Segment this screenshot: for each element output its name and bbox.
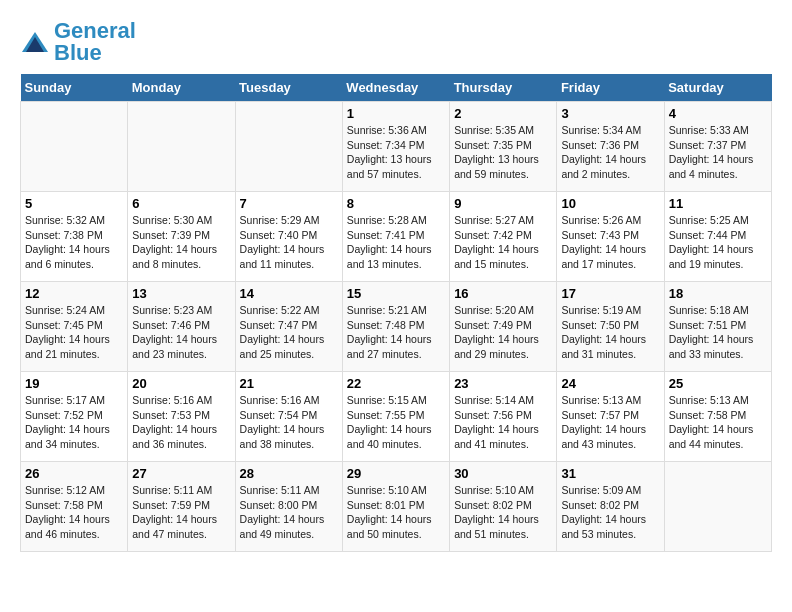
day-number: 14 bbox=[240, 286, 338, 301]
day-cell: 18Sunrise: 5:18 AMSunset: 7:51 PMDayligh… bbox=[664, 282, 771, 372]
day-cell: 22Sunrise: 5:15 AMSunset: 7:55 PMDayligh… bbox=[342, 372, 449, 462]
day-info: Sunrise: 5:13 AMSunset: 7:58 PMDaylight:… bbox=[669, 393, 767, 452]
logo-icon bbox=[20, 27, 50, 57]
col-header-friday: Friday bbox=[557, 74, 664, 102]
day-number: 9 bbox=[454, 196, 552, 211]
day-cell: 4Sunrise: 5:33 AMSunset: 7:37 PMDaylight… bbox=[664, 102, 771, 192]
day-info: Sunrise: 5:35 AMSunset: 7:35 PMDaylight:… bbox=[454, 123, 552, 182]
day-info: Sunrise: 5:11 AMSunset: 7:59 PMDaylight:… bbox=[132, 483, 230, 542]
day-info: Sunrise: 5:26 AMSunset: 7:43 PMDaylight:… bbox=[561, 213, 659, 272]
day-number: 31 bbox=[561, 466, 659, 481]
day-cell: 11Sunrise: 5:25 AMSunset: 7:44 PMDayligh… bbox=[664, 192, 771, 282]
day-cell: 25Sunrise: 5:13 AMSunset: 7:58 PMDayligh… bbox=[664, 372, 771, 462]
week-row-3: 12Sunrise: 5:24 AMSunset: 7:45 PMDayligh… bbox=[21, 282, 772, 372]
col-header-saturday: Saturday bbox=[664, 74, 771, 102]
day-cell bbox=[21, 102, 128, 192]
day-cell: 6Sunrise: 5:30 AMSunset: 7:39 PMDaylight… bbox=[128, 192, 235, 282]
week-row-1: 1Sunrise: 5:36 AMSunset: 7:34 PMDaylight… bbox=[21, 102, 772, 192]
day-number: 3 bbox=[561, 106, 659, 121]
day-cell: 19Sunrise: 5:17 AMSunset: 7:52 PMDayligh… bbox=[21, 372, 128, 462]
day-number: 22 bbox=[347, 376, 445, 391]
day-cell: 1Sunrise: 5:36 AMSunset: 7:34 PMDaylight… bbox=[342, 102, 449, 192]
day-cell: 2Sunrise: 5:35 AMSunset: 7:35 PMDaylight… bbox=[450, 102, 557, 192]
calendar-table: SundayMondayTuesdayWednesdayThursdayFrid… bbox=[20, 74, 772, 552]
day-info: Sunrise: 5:13 AMSunset: 7:57 PMDaylight:… bbox=[561, 393, 659, 452]
day-cell: 16Sunrise: 5:20 AMSunset: 7:49 PMDayligh… bbox=[450, 282, 557, 372]
day-number: 19 bbox=[25, 376, 123, 391]
day-cell: 23Sunrise: 5:14 AMSunset: 7:56 PMDayligh… bbox=[450, 372, 557, 462]
day-info: Sunrise: 5:24 AMSunset: 7:45 PMDaylight:… bbox=[25, 303, 123, 362]
day-cell: 17Sunrise: 5:19 AMSunset: 7:50 PMDayligh… bbox=[557, 282, 664, 372]
day-cell: 14Sunrise: 5:22 AMSunset: 7:47 PMDayligh… bbox=[235, 282, 342, 372]
day-number: 1 bbox=[347, 106, 445, 121]
day-number: 11 bbox=[669, 196, 767, 211]
day-number: 4 bbox=[669, 106, 767, 121]
day-cell bbox=[664, 462, 771, 552]
day-info: Sunrise: 5:25 AMSunset: 7:44 PMDaylight:… bbox=[669, 213, 767, 272]
day-number: 26 bbox=[25, 466, 123, 481]
day-info: Sunrise: 5:16 AMSunset: 7:53 PMDaylight:… bbox=[132, 393, 230, 452]
day-cell bbox=[128, 102, 235, 192]
day-cell bbox=[235, 102, 342, 192]
day-info: Sunrise: 5:32 AMSunset: 7:38 PMDaylight:… bbox=[25, 213, 123, 272]
day-cell: 30Sunrise: 5:10 AMSunset: 8:02 PMDayligh… bbox=[450, 462, 557, 552]
day-cell: 26Sunrise: 5:12 AMSunset: 7:58 PMDayligh… bbox=[21, 462, 128, 552]
day-info: Sunrise: 5:19 AMSunset: 7:50 PMDaylight:… bbox=[561, 303, 659, 362]
day-info: Sunrise: 5:17 AMSunset: 7:52 PMDaylight:… bbox=[25, 393, 123, 452]
day-number: 27 bbox=[132, 466, 230, 481]
day-cell: 12Sunrise: 5:24 AMSunset: 7:45 PMDayligh… bbox=[21, 282, 128, 372]
day-cell: 27Sunrise: 5:11 AMSunset: 7:59 PMDayligh… bbox=[128, 462, 235, 552]
day-info: Sunrise: 5:20 AMSunset: 7:49 PMDaylight:… bbox=[454, 303, 552, 362]
day-info: Sunrise: 5:10 AMSunset: 8:01 PMDaylight:… bbox=[347, 483, 445, 542]
day-info: Sunrise: 5:09 AMSunset: 8:02 PMDaylight:… bbox=[561, 483, 659, 542]
day-info: Sunrise: 5:21 AMSunset: 7:48 PMDaylight:… bbox=[347, 303, 445, 362]
day-number: 24 bbox=[561, 376, 659, 391]
day-cell: 21Sunrise: 5:16 AMSunset: 7:54 PMDayligh… bbox=[235, 372, 342, 462]
day-number: 25 bbox=[669, 376, 767, 391]
day-cell: 7Sunrise: 5:29 AMSunset: 7:40 PMDaylight… bbox=[235, 192, 342, 282]
logo: General Blue bbox=[20, 20, 136, 64]
day-number: 12 bbox=[25, 286, 123, 301]
day-info: Sunrise: 5:23 AMSunset: 7:46 PMDaylight:… bbox=[132, 303, 230, 362]
day-number: 18 bbox=[669, 286, 767, 301]
week-row-2: 5Sunrise: 5:32 AMSunset: 7:38 PMDaylight… bbox=[21, 192, 772, 282]
day-number: 30 bbox=[454, 466, 552, 481]
day-cell: 20Sunrise: 5:16 AMSunset: 7:53 PMDayligh… bbox=[128, 372, 235, 462]
day-info: Sunrise: 5:10 AMSunset: 8:02 PMDaylight:… bbox=[454, 483, 552, 542]
col-header-sunday: Sunday bbox=[21, 74, 128, 102]
day-number: 7 bbox=[240, 196, 338, 211]
day-info: Sunrise: 5:15 AMSunset: 7:55 PMDaylight:… bbox=[347, 393, 445, 452]
day-number: 16 bbox=[454, 286, 552, 301]
day-info: Sunrise: 5:18 AMSunset: 7:51 PMDaylight:… bbox=[669, 303, 767, 362]
col-header-thursday: Thursday bbox=[450, 74, 557, 102]
day-number: 13 bbox=[132, 286, 230, 301]
calendar-body: 1Sunrise: 5:36 AMSunset: 7:34 PMDaylight… bbox=[21, 102, 772, 552]
day-cell: 8Sunrise: 5:28 AMSunset: 7:41 PMDaylight… bbox=[342, 192, 449, 282]
day-number: 8 bbox=[347, 196, 445, 211]
logo-text: General bbox=[54, 20, 136, 42]
day-cell: 28Sunrise: 5:11 AMSunset: 8:00 PMDayligh… bbox=[235, 462, 342, 552]
week-row-5: 26Sunrise: 5:12 AMSunset: 7:58 PMDayligh… bbox=[21, 462, 772, 552]
col-header-tuesday: Tuesday bbox=[235, 74, 342, 102]
day-info: Sunrise: 5:27 AMSunset: 7:42 PMDaylight:… bbox=[454, 213, 552, 272]
day-cell: 24Sunrise: 5:13 AMSunset: 7:57 PMDayligh… bbox=[557, 372, 664, 462]
day-info: Sunrise: 5:29 AMSunset: 7:40 PMDaylight:… bbox=[240, 213, 338, 272]
day-info: Sunrise: 5:14 AMSunset: 7:56 PMDaylight:… bbox=[454, 393, 552, 452]
day-number: 20 bbox=[132, 376, 230, 391]
day-number: 2 bbox=[454, 106, 552, 121]
day-info: Sunrise: 5:22 AMSunset: 7:47 PMDaylight:… bbox=[240, 303, 338, 362]
day-number: 28 bbox=[240, 466, 338, 481]
day-number: 23 bbox=[454, 376, 552, 391]
day-info: Sunrise: 5:11 AMSunset: 8:00 PMDaylight:… bbox=[240, 483, 338, 542]
col-header-monday: Monday bbox=[128, 74, 235, 102]
day-info: Sunrise: 5:33 AMSunset: 7:37 PMDaylight:… bbox=[669, 123, 767, 182]
day-info: Sunrise: 5:28 AMSunset: 7:41 PMDaylight:… bbox=[347, 213, 445, 272]
day-cell: 13Sunrise: 5:23 AMSunset: 7:46 PMDayligh… bbox=[128, 282, 235, 372]
day-number: 5 bbox=[25, 196, 123, 211]
page-header: General Blue bbox=[20, 20, 772, 64]
logo-subtext: Blue bbox=[54, 42, 136, 64]
day-number: 21 bbox=[240, 376, 338, 391]
day-cell: 9Sunrise: 5:27 AMSunset: 7:42 PMDaylight… bbox=[450, 192, 557, 282]
day-number: 29 bbox=[347, 466, 445, 481]
day-cell: 29Sunrise: 5:10 AMSunset: 8:01 PMDayligh… bbox=[342, 462, 449, 552]
